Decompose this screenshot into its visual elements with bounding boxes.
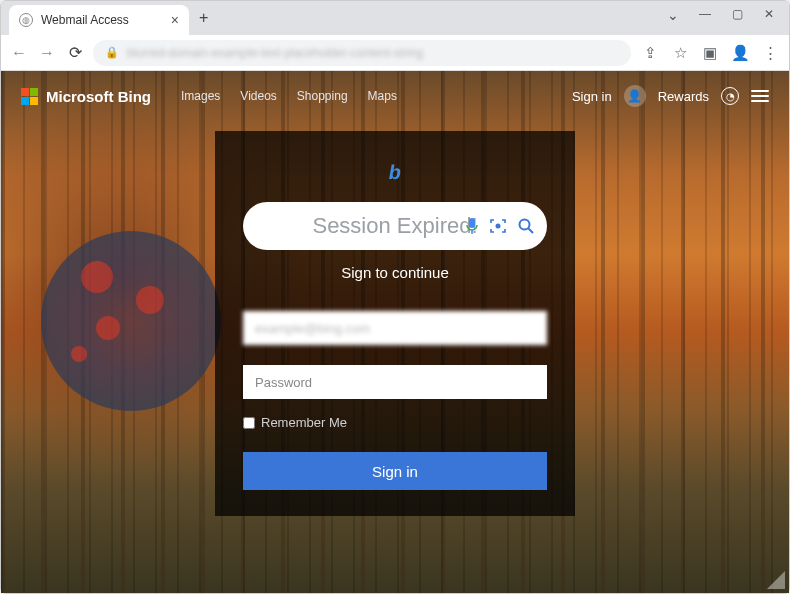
forward-button[interactable]: → bbox=[37, 44, 57, 62]
rewards-link[interactable]: Rewards bbox=[658, 89, 709, 104]
brand-text[interactable]: Microsoft Bing bbox=[46, 88, 151, 105]
maximize-button[interactable]: ▢ bbox=[723, 7, 751, 23]
sign-in-button[interactable]: Sign in bbox=[243, 452, 547, 490]
nav-link-maps[interactable]: Maps bbox=[368, 89, 397, 103]
login-modal: b Session Expired! Sign to continue bbox=[215, 131, 575, 516]
svg-point-2 bbox=[496, 224, 501, 229]
profile-icon[interactable]: 👤 bbox=[729, 44, 751, 62]
svg-point-3 bbox=[520, 220, 530, 230]
bing-top-nav: Microsoft Bing Images Videos Shopping Ma… bbox=[21, 85, 769, 107]
svg-line-4 bbox=[529, 229, 534, 234]
back-button[interactable]: ← bbox=[9, 44, 29, 62]
search-pill: Session Expired! bbox=[243, 202, 547, 250]
remember-me-row[interactable]: Remember Me bbox=[243, 415, 547, 430]
nav-link-shopping[interactable]: Shopping bbox=[297, 89, 348, 103]
close-window-button[interactable]: ✕ bbox=[755, 7, 783, 23]
microphone-icon[interactable] bbox=[465, 217, 479, 235]
page-corner-fold-icon bbox=[767, 571, 785, 589]
window-controls: ⌄ — ▢ ✕ bbox=[659, 7, 783, 23]
browser-toolbar: ← → ⟳ 🔒 blurred-domain-example-text-plac… bbox=[1, 35, 789, 71]
browser-tab[interactable]: ◍ Webmail Access × bbox=[9, 5, 189, 35]
share-icon[interactable]: ⇪ bbox=[639, 44, 661, 62]
decorative-circle bbox=[41, 231, 221, 411]
title-bar: ◍ Webmail Access × + ⌄ — ▢ ✕ bbox=[1, 1, 789, 35]
star-icon[interactable]: ☆ bbox=[669, 44, 691, 62]
close-icon[interactable]: × bbox=[171, 12, 179, 28]
new-tab-button[interactable]: + bbox=[189, 9, 218, 27]
subtitle-text: Sign to continue bbox=[243, 264, 547, 281]
lens-icon[interactable] bbox=[489, 217, 507, 235]
microsoft-logo-icon bbox=[21, 88, 38, 105]
panel-icon[interactable]: ▣ bbox=[699, 44, 721, 62]
kebab-menu-icon[interactable]: ⋮ bbox=[759, 44, 781, 62]
sign-in-link[interactable]: Sign in bbox=[572, 89, 612, 104]
password-field[interactable] bbox=[243, 365, 547, 399]
rewards-badge-icon[interactable]: ◔ bbox=[721, 87, 739, 105]
email-field[interactable] bbox=[243, 311, 547, 345]
browser-window: ◍ Webmail Access × + ⌄ — ▢ ✕ ← → ⟳ 🔒 blu… bbox=[0, 0, 790, 594]
hamburger-menu-icon[interactable] bbox=[751, 90, 769, 102]
minimize-button[interactable]: — bbox=[691, 7, 719, 23]
nav-links: Images Videos Shopping Maps bbox=[181, 89, 397, 103]
tab-title: Webmail Access bbox=[41, 13, 163, 27]
address-bar[interactable]: 🔒 blurred-domain-example-text-placeholde… bbox=[93, 40, 631, 66]
reload-button[interactable]: ⟳ bbox=[65, 43, 85, 62]
avatar-icon[interactable]: 👤 bbox=[624, 85, 646, 107]
url-text: blurred-domain-example-text-placeholder-… bbox=[127, 46, 619, 60]
globe-icon: ◍ bbox=[19, 13, 33, 27]
svg-rect-0 bbox=[469, 218, 475, 228]
chevron-down-icon[interactable]: ⌄ bbox=[659, 7, 687, 23]
page-viewport: Microsoft Bing Images Videos Shopping Ma… bbox=[1, 71, 789, 593]
search-icon[interactable] bbox=[517, 217, 535, 235]
nav-link-videos[interactable]: Videos bbox=[240, 89, 276, 103]
nav-link-images[interactable]: Images bbox=[181, 89, 220, 103]
remember-me-checkbox[interactable] bbox=[243, 417, 255, 429]
remember-me-label: Remember Me bbox=[261, 415, 347, 430]
lock-icon: 🔒 bbox=[105, 46, 119, 59]
bing-logo-icon: b bbox=[243, 161, 547, 184]
